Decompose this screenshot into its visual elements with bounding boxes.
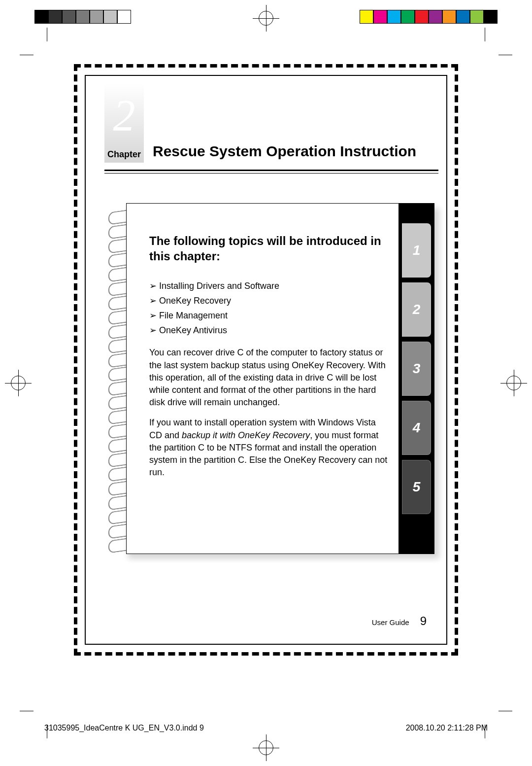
chapter-number: 2 [113, 90, 135, 141]
color-swatch [103, 10, 117, 24]
color-swatch [470, 10, 484, 24]
color-swatch [76, 10, 90, 24]
registration-mark-icon [253, 5, 279, 32]
section-tab: 3 [402, 342, 431, 396]
crop-mark-icon [20, 28, 47, 55]
page-footer: User Guide 9 [372, 614, 427, 628]
topic-item: Installing Drivers and Software [149, 280, 390, 291]
crop-mark-icon [20, 711, 47, 738]
section-tab: 2 [402, 282, 431, 337]
chapter-title: Rescue System Operation Instruction [153, 143, 438, 160]
crop-mark-icon [485, 28, 512, 55]
registration-mark-icon [5, 370, 32, 396]
color-swatch [387, 10, 401, 24]
slug-file: 31035995_IdeaCentre K UG_EN_V3.0.indd 9 [44, 724, 204, 732]
slug-timestamp: 2008.10.20 2:11:28 PM [406, 724, 488, 732]
chapter-number-box: 2 Chapter [104, 84, 144, 163]
chapter-label: Chapter [104, 149, 144, 160]
topic-item: OneKey Recovery [149, 295, 390, 306]
page: 2 Chapter Rescue System Operation Instru… [74, 64, 458, 656]
topic-item: File Management [149, 310, 390, 321]
color-swatch [90, 10, 103, 24]
topic-item: OneKey Antivirus [149, 325, 390, 336]
color-swatch [415, 10, 429, 24]
page-number: 9 [420, 614, 427, 628]
section-tab: 5 [402, 460, 431, 514]
topic-list: Installing Drivers and SoftwareOneKey Re… [149, 280, 390, 336]
paragraph: You can recover drive C of the computer … [149, 347, 390, 409]
registration-mark-icon [253, 734, 279, 761]
color-swatch [34, 10, 48, 24]
color-swatch [429, 10, 442, 24]
color-swatch [401, 10, 415, 24]
section-tab: 4 [402, 401, 431, 455]
chapter-header: 2 Chapter Rescue System Operation Instru… [104, 84, 438, 163]
color-swatch [484, 10, 498, 24]
slug-line: 31035995_IdeaCentre K UG_EN_V3.0.indd 9 … [44, 724, 488, 732]
registration-mark-icon [500, 370, 527, 396]
notebook: The following topics will be introduced … [108, 203, 438, 558]
color-swatch [117, 10, 131, 24]
notebook-heading: The following topics will be introduced … [149, 233, 390, 264]
color-swatch [442, 10, 456, 24]
title-underline [104, 170, 438, 174]
color-swatch [62, 10, 76, 24]
footer-label: User Guide [372, 618, 409, 627]
paragraph: If you want to install operation system … [149, 417, 390, 479]
color-swatch [456, 10, 470, 24]
section-tab: 1 [402, 223, 431, 278]
crop-mark-icon [485, 711, 512, 738]
color-swatch [360, 10, 373, 24]
paragraph-italic: backup it with OneKey Recovery [182, 430, 310, 440]
color-swatch [373, 10, 387, 24]
color-swatch [48, 10, 62, 24]
section-tabs: 12345 [399, 204, 434, 554]
